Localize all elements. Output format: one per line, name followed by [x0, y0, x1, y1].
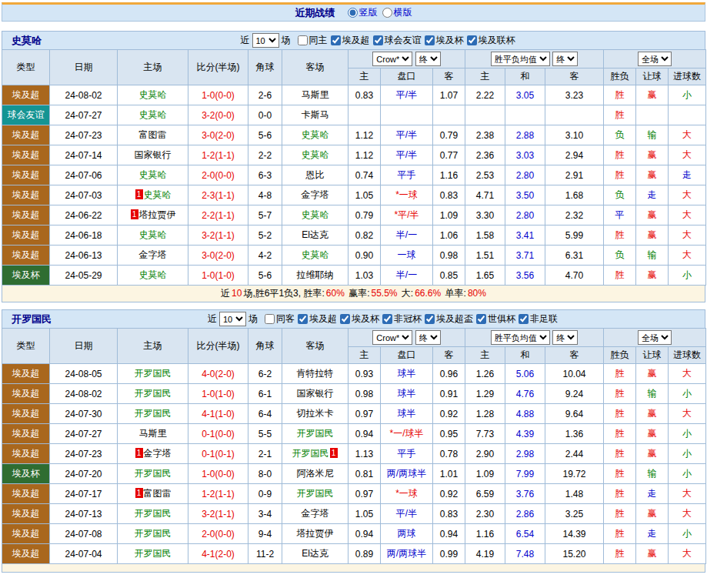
odds-state-select[interactable]: 终 — [415, 52, 441, 66]
away-team-name[interactable]: 史莫哈 — [302, 249, 329, 260]
filter-checkbox-input[interactable] — [331, 35, 341, 45]
away-team-name[interactable]: 肯特拉特 — [297, 368, 334, 379]
scope-select[interactable]: 全场 — [638, 330, 672, 345]
away-team-name[interactable]: 切拉米卡 — [297, 408, 334, 419]
filter-checkbox-input[interactable] — [467, 35, 477, 45]
filter-checkbox-input[interactable] — [298, 35, 308, 45]
handicap-result-cell: 赢 — [636, 226, 669, 246]
away-team-name[interactable]: 开罗国民 — [297, 488, 334, 499]
home-team-name[interactable]: 国家银行 — [135, 149, 172, 160]
home-team-name[interactable]: 开罗国民 — [135, 548, 172, 559]
corner-score-cell: 6-3 — [248, 165, 282, 185]
avg-select[interactable]: 胜平负均值 — [491, 52, 550, 66]
layout-option-horizontal[interactable]: 横版 — [381, 6, 412, 19]
filter-checkbox-input[interactable] — [373, 35, 383, 45]
filter-checkbox-input[interactable] — [382, 314, 392, 324]
away-team-name[interactable]: 恩比 — [306, 169, 325, 180]
scope-select[interactable]: 全场 — [638, 52, 672, 66]
home-team-name[interactable]: 开罗国民 — [135, 468, 172, 479]
home-team-name[interactable]: 开罗国民 — [135, 368, 172, 379]
away-team-name[interactable]: 国家银行 — [297, 388, 334, 399]
filter-checkbox-1[interactable]: 埃及超 — [329, 34, 370, 47]
filter-checkbox-0[interactable]: 同主 — [296, 34, 328, 47]
recent-count-select[interactable]: 10 — [252, 33, 279, 48]
home-team-name[interactable]: 史莫哈 — [139, 229, 167, 240]
avg-state-select[interactable]: 终 — [552, 330, 578, 345]
odds-company-select[interactable]: Crow* — [372, 52, 412, 66]
filter-checkbox-input[interactable] — [265, 314, 275, 324]
away-team-name[interactable]: 史莫哈 — [302, 149, 329, 160]
score-cell: 4-0(2-0) — [188, 364, 248, 384]
filter-checkbox-input[interactable] — [519, 314, 529, 324]
filter-checkbox-3[interactable]: 非冠杯 — [381, 312, 422, 326]
corner-score-cell: 9-4 — [248, 524, 282, 544]
red-card-badge: 1 — [131, 209, 138, 219]
filter-checkbox-3[interactable]: 埃及杯 — [423, 34, 464, 47]
home-team-name[interactable]: 富图雷 — [144, 488, 172, 499]
home-team-name[interactable]: 史莫哈 — [139, 269, 167, 280]
filter-checkbox-4[interactable]: 埃及超盃 — [423, 312, 473, 326]
home-team-name[interactable]: 开罗国民 — [135, 508, 172, 519]
away-team-name[interactable]: 金字塔 — [302, 189, 329, 200]
match-date-cell: 24-07-27 — [50, 105, 118, 125]
home-team-name[interactable]: 金字塔 — [144, 448, 172, 459]
goals-result-cell: 走 — [669, 165, 706, 185]
match-row: 埃及超24-07-08开罗国民2-0(0-0)9-4塔拉贾伊0.94两球0.94… — [2, 524, 706, 544]
home-team-name[interactable]: 金字塔 — [139, 249, 167, 260]
filter-checkbox-input[interactable] — [425, 35, 435, 45]
home-team-name[interactable]: 开罗国民 — [135, 528, 172, 539]
filter-checkbox-2[interactable]: 球会友谊 — [372, 34, 422, 47]
odds-company-select[interactable]: Crow* — [372, 330, 412, 345]
avg-select[interactable]: 胜平负均值 — [491, 330, 550, 345]
team-name[interactable]: 开罗国民 — [2, 312, 61, 326]
away-team-name[interactable]: 拉维耶纳 — [297, 269, 334, 280]
away-team-name[interactable]: 金字塔 — [302, 508, 329, 519]
home-team-name[interactable]: 塔拉贾伊 — [139, 209, 176, 220]
filter-checkbox-input[interactable] — [425, 314, 435, 324]
away-team-name[interactable]: 史莫哈 — [302, 129, 329, 140]
home-team-name[interactable]: 马斯里 — [139, 428, 167, 439]
filter-checkbox-input[interactable] — [340, 314, 350, 324]
filter-checkbox-1[interactable]: 埃及超 — [296, 312, 337, 326]
recent-count-select[interactable]: 10 — [219, 312, 246, 326]
layout-option-vertical[interactable]: 竖版 — [346, 6, 378, 19]
away-team-name[interactable]: El达克 — [302, 229, 328, 240]
away-team-name[interactable]: 塔拉贾伊 — [297, 528, 334, 539]
home-team-name[interactable]: 史莫哈 — [139, 109, 167, 120]
away-team-name[interactable]: 卡斯马 — [302, 109, 329, 120]
away-team-name[interactable]: 阿洛米尼 — [297, 468, 334, 479]
home-team-cell: 开罗国民 — [118, 464, 188, 484]
filter-checkbox-input[interactable] — [476, 314, 486, 324]
filter-checkbox-6[interactable]: 非足联 — [517, 312, 558, 326]
avg-state-select[interactable]: 终 — [552, 52, 578, 66]
filter-checkbox-2[interactable]: 埃及杯 — [338, 312, 379, 326]
handicap-cell — [381, 105, 433, 125]
home-team-name[interactable]: 史莫哈 — [144, 189, 172, 200]
home-team-name[interactable]: 史莫哈 — [139, 89, 167, 100]
avg-away-cell: 3.25 — [545, 504, 604, 524]
filter-checkbox-5[interactable]: 世俱杯 — [475, 312, 515, 326]
filter-checkbox-0[interactable]: 同客 — [263, 312, 295, 326]
away-team-name[interactable]: 开罗国民 — [297, 428, 334, 439]
away-team-name[interactable]: El达克 — [302, 548, 328, 559]
home-team-name[interactable]: 史莫哈 — [139, 169, 167, 180]
team-name[interactable]: 史莫哈 — [2, 34, 51, 48]
corner-score-cell: 6-4 — [248, 404, 282, 424]
vertical-layout-radio[interactable] — [348, 8, 358, 18]
odds-state-select[interactable]: 终 — [415, 330, 441, 345]
filter-checkbox-4[interactable]: 埃及联杯 — [465, 34, 515, 47]
home-team-name[interactable]: 开罗国民 — [135, 408, 172, 419]
match-row: 埃及杯24-05-29史莫哈1-0(1-0)5-6拉维耶纳1.03半/一0.85… — [2, 266, 706, 286]
home-team-name[interactable]: 富图雷 — [139, 129, 167, 140]
result-cell: 胜 — [604, 464, 636, 484]
horizontal-layout-radio[interactable] — [382, 8, 392, 18]
odds-away-cell: 0.94 — [433, 524, 465, 544]
away-team-name[interactable]: 史莫哈 — [302, 209, 329, 220]
home-team-name[interactable]: 开罗国民 — [135, 388, 172, 399]
league-filter-checkboxes: 同主埃及超球会友谊埃及杯埃及联杯 — [296, 34, 515, 47]
home-team-cell: 富图雷 — [118, 125, 188, 145]
filter-checkbox-input[interactable] — [298, 314, 308, 324]
matches-table: 类型 日期 主场 比分(半场) 角球 客场 Crow* 终 胜平负均值 终 — [2, 328, 706, 564]
away-team-name[interactable]: 开罗国民 — [292, 448, 329, 459]
away-team-name[interactable]: 马斯里 — [302, 89, 329, 100]
